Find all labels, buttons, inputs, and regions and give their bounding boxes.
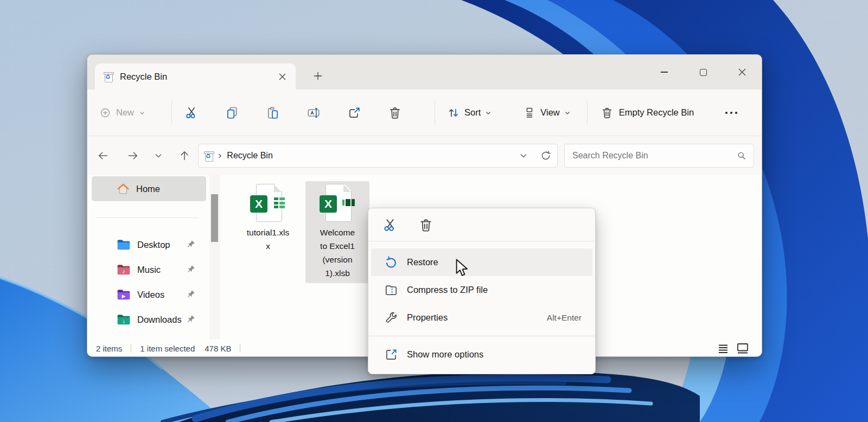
menu-item-label: Show more options — [407, 349, 483, 360]
zip-folder-icon — [384, 283, 398, 297]
address-bar[interactable]: ♻ › Recycle Bin — [198, 144, 558, 168]
sidebar-item-label: Videos — [137, 290, 164, 300]
pin-icon[interactable] — [187, 240, 195, 251]
address-dropdown-icon[interactable] — [519, 151, 528, 160]
file-item-welcome-to-excel1[interactable]: X Welcome to Excel1 (version 1).xlsb — [305, 181, 369, 283]
sidebar-item-music[interactable]: ♪ Music — [92, 257, 206, 282]
share-icon — [347, 106, 361, 120]
empty-recycle-bin-button[interactable]: Empty Recycle Bin — [601, 106, 694, 119]
menu-item-compress-to-zip[interactable]: Compress to ZIP file — [371, 276, 592, 304]
sidebar-scrollbar[interactable] — [209, 175, 220, 339]
sort-icon — [447, 106, 460, 119]
mouse-cursor — [455, 259, 470, 277]
music-folder-icon: ♪ — [117, 264, 131, 276]
delete-button[interactable] — [383, 101, 407, 125]
recycle-bin-icon: ♻ — [204, 150, 214, 162]
recycle-bin-icon: ♻ — [104, 71, 113, 82]
view-button[interactable]: View — [523, 106, 570, 119]
maximize-icon — [700, 69, 707, 76]
search-box — [564, 144, 754, 168]
up-button[interactable] — [175, 146, 194, 165]
rename-button[interactable] — [302, 101, 326, 125]
close-button[interactable] — [723, 55, 762, 89]
forward-icon — [126, 149, 139, 162]
sidebar-item-desktop[interactable]: Desktop — [92, 232, 206, 257]
videos-folder-icon: ▶ — [117, 289, 131, 300]
menu-item-label: Compress to ZIP file — [407, 285, 488, 295]
sidebar-item-label: Music — [137, 265, 161, 275]
status-separator — [240, 344, 240, 353]
desktop-folder-icon — [117, 239, 131, 251]
back-button[interactable] — [94, 146, 112, 165]
cut-button[interactable] — [180, 101, 203, 125]
file-item-tutorial1[interactable]: X tutorial1.xlsx — [239, 181, 297, 256]
sidebar-item-home[interactable]: Home — [92, 176, 206, 201]
download-arrow-glyph: ↓ — [117, 314, 131, 325]
titlebar: ♻ Recycle Bin — [87, 55, 762, 89]
up-icon — [178, 149, 191, 162]
tab-recycle-bin[interactable]: ♻ Recycle Bin — [95, 63, 296, 89]
sort-button[interactable]: Sort — [447, 106, 492, 119]
menu-item-properties[interactable]: Properties Alt+Enter — [371, 304, 592, 331]
refresh-icon[interactable] — [540, 150, 552, 162]
rename-icon — [307, 106, 321, 120]
item-count: 2 items — [96, 344, 122, 353]
sidebar-separator — [96, 218, 199, 218]
new-plus-icon — [99, 107, 111, 119]
restore-icon — [384, 255, 398, 270]
sidebar-item-videos[interactable]: ▶ Videos — [92, 282, 206, 307]
back-icon — [97, 149, 110, 162]
breadcrumb-chevron: › — [218, 149, 221, 161]
menu-item-show-more-options[interactable]: Show more options — [371, 341, 592, 368]
share-button[interactable] — [342, 101, 366, 125]
sidebar-item-downloads[interactable]: ↓ Downloads — [92, 307, 206, 332]
close-icon — [738, 68, 746, 76]
wrench-icon — [384, 311, 398, 325]
search-input[interactable] — [571, 150, 736, 161]
forward-button[interactable] — [124, 146, 142, 165]
trash-icon — [601, 106, 614, 119]
sort-label: Sort — [464, 107, 481, 118]
details-view-icon[interactable] — [718, 343, 729, 354]
recent-locations-button[interactable] — [149, 146, 168, 165]
cut-icon — [382, 218, 398, 233]
address-row: ♻ › Recycle Bin — [87, 136, 762, 175]
pin-icon[interactable] — [187, 265, 195, 276]
cut-icon — [184, 106, 199, 120]
new-tab-button[interactable] — [309, 67, 327, 85]
tab-close-button[interactable] — [274, 68, 290, 85]
large-thumbnails-view-icon[interactable] — [737, 343, 749, 354]
menu-item-restore[interactable]: Restore — [371, 248, 592, 276]
music-note-glyph: ♪ — [117, 264, 131, 276]
cut-quick-button[interactable] — [380, 216, 400, 234]
menu-item-label: Properties — [407, 312, 448, 323]
empty-recycle-bin-label: Empty Recycle Bin — [619, 107, 694, 118]
sidebar-item-label: Downloads — [137, 315, 182, 325]
play-glyph: ▶ — [117, 289, 131, 300]
desktop: ♻ Recycle Bin New — [0, 0, 868, 422]
command-bar: New — [87, 89, 762, 136]
paste-button[interactable] — [261, 101, 285, 125]
copy-button[interactable] — [220, 101, 244, 125]
chevron-down-icon — [154, 151, 163, 160]
scrollbar-thumb[interactable] — [211, 194, 218, 242]
pin-icon[interactable] — [187, 315, 195, 325]
window-controls — [644, 55, 762, 89]
more-options-button[interactable] — [724, 111, 738, 115]
sidebar-item-label: Home — [136, 184, 160, 194]
menu-item-label: Restore — [407, 257, 438, 267]
new-button[interactable]: New — [99, 107, 145, 119]
delete-quick-button[interactable] — [416, 216, 436, 234]
breadcrumb-location[interactable]: Recycle Bin — [227, 151, 272, 161]
selection-count: 1 item selected — [140, 344, 195, 353]
view-icon — [523, 106, 536, 119]
toolbar-separator — [171, 101, 172, 125]
chevron-down-icon — [564, 110, 571, 116]
minimize-button[interactable] — [644, 55, 684, 89]
context-menu: Restore Compress to ZIP file Proper — [368, 208, 596, 374]
sidebar-item-label: Desktop — [137, 240, 170, 250]
maximize-button[interactable] — [684, 55, 723, 89]
pin-icon[interactable] — [187, 290, 195, 300]
navigation-pane: Home Desktop — [87, 175, 209, 339]
more-options-icon — [724, 111, 738, 115]
